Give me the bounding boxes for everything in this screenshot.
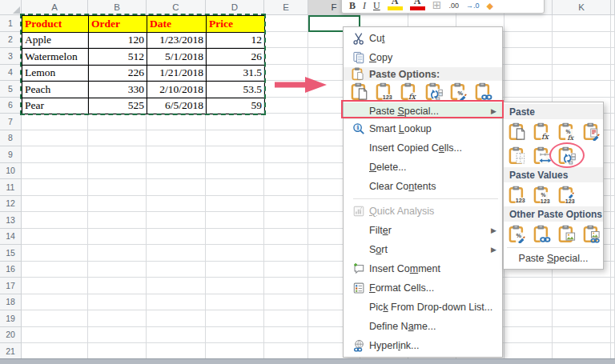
row-header-13[interactable]: 13 <box>0 212 22 229</box>
menu-item-paste-special[interactable]: Paste Special...▶ <box>344 102 502 119</box>
underline-button[interactable]: U <box>373 1 380 10</box>
table-cell[interactable]: 226 <box>89 65 147 82</box>
paste-picture-icon[interactable] <box>557 224 577 243</box>
paste-source-format-icon[interactable] <box>582 122 602 141</box>
row-header-6[interactable]: 6 <box>0 98 22 114</box>
column-header-a[interactable]: A <box>22 0 88 15</box>
table-cell[interactable]: 59 <box>207 98 265 114</box>
row-header-15[interactable]: 15 <box>0 245 22 262</box>
menu-item-copy[interactable]: Copy <box>344 48 502 67</box>
table-cell[interactable]: 53.5 <box>207 82 265 98</box>
select-all-corner[interactable] <box>0 0 22 15</box>
paste-formatting-icon[interactable]: % <box>449 82 469 102</box>
font-color-button[interactable]: A <box>410 0 425 10</box>
table-cell[interactable]: Watermelon <box>22 49 89 66</box>
column-header-c[interactable]: C <box>147 0 206 15</box>
paste-values-icon[interactable]: 123 <box>375 82 395 102</box>
gridline-vertical <box>610 15 611 364</box>
more-options-button[interactable]: ◆ <box>486 1 492 10</box>
menu-item-sort[interactable]: Sort▶ <box>344 240 502 259</box>
row-header-1[interactable]: 1 <box>0 15 22 32</box>
row-header-10[interactable]: 10 <box>0 163 22 180</box>
menu-item-filter[interactable]: Filter▶ <box>344 221 502 240</box>
menu-item-delete[interactable]: Delete... <box>344 158 502 177</box>
menu-item-smart-lookup[interactable]: iSmart Lookup <box>344 119 502 138</box>
table-cell[interactable]: 512 <box>89 49 147 66</box>
increase-decimal-button[interactable]: .00 <box>448 1 459 10</box>
paste-values-icon[interactable]: 123 <box>508 185 528 204</box>
paste-link-icon[interactable] <box>474 82 494 102</box>
row-header-17[interactable]: 17 <box>0 278 22 294</box>
borders-button[interactable]: ⊞ <box>432 1 442 10</box>
table-cell[interactable]: Peach <box>22 82 89 98</box>
table-cell[interactable]: Lemon <box>22 65 89 82</box>
paste-no-borders-icon[interactable] <box>508 146 528 165</box>
row-header-12[interactable]: 12 <box>0 196 22 213</box>
table-cell[interactable]: 2/10/2018 <box>147 82 207 98</box>
paste-formulas-icon[interactable]: fx <box>400 82 420 102</box>
paste-values-source-icon[interactable]: 123 <box>557 185 577 204</box>
column-header-d[interactable]: D <box>206 0 264 15</box>
table-cell[interactable]: 1/21/2018 <box>147 65 207 82</box>
column-header-k[interactable]: K <box>553 0 611 15</box>
paste-col-widths-icon[interactable] <box>533 146 553 165</box>
row-header-21[interactable]: 21 <box>0 343 22 360</box>
bold-button[interactable]: B <box>349 1 356 10</box>
paste-formatting-icon[interactable]: % <box>508 224 528 243</box>
row-header-11[interactable]: 11 <box>0 179 22 196</box>
table-cell[interactable]: 6/5/2018 <box>147 98 207 114</box>
table-cell[interactable]: 26 <box>207 49 265 66</box>
row-header-9[interactable]: 9 <box>0 146 22 163</box>
menu-item-pick-from-drop-down-list[interactable]: Pick From Drop-down List... <box>344 298 502 317</box>
table-header-cell[interactable]: Product <box>22 16 89 33</box>
table-cell[interactable]: 5/1/2018 <box>147 49 207 66</box>
table-cell[interactable]: 12 <box>207 32 265 49</box>
menu-item-format-cells[interactable]: Format Cells... <box>344 278 502 298</box>
column-header-e[interactable]: E <box>264 0 308 15</box>
menu-item-clear-contents[interactable]: Clear Contents <box>344 177 502 196</box>
menu-item-cut[interactable]: Cut <box>344 29 502 48</box>
paste-paste-icon[interactable] <box>508 122 528 141</box>
row-header-18[interactable]: 18 <box>0 294 22 311</box>
table-cell[interactable]: 120 <box>89 32 147 49</box>
menu-item-label: Copy <box>369 52 488 63</box>
table-cell[interactable]: Apple <box>22 32 89 49</box>
row-header-16[interactable]: 16 <box>0 262 22 278</box>
row-header-3[interactable]: 3 <box>0 48 22 65</box>
menu-item-insert-copied-cells[interactable]: Insert Copied Cells... <box>344 138 502 158</box>
row-header-14[interactable]: 14 <box>0 229 22 246</box>
row-header-20[interactable]: 20 <box>0 327 22 344</box>
column-header-edge[interactable] <box>611 0 615 15</box>
paste-formulas-icon[interactable]: fx <box>533 122 553 141</box>
submenu-item-paste-special[interactable]: Paste Special... <box>504 250 603 267</box>
paste-linked-picture-icon[interactable] <box>582 224 602 243</box>
row-header-7[interactable]: 7 <box>0 114 22 130</box>
table-header-cell[interactable]: Price <box>207 16 265 33</box>
menu-item-insert-comment[interactable]: Insert Comment <box>344 259 502 278</box>
paste-paste-icon[interactable] <box>350 82 370 102</box>
row-header-19[interactable]: 19 <box>0 310 22 327</box>
fill-color-button[interactable]: A <box>388 0 403 10</box>
menu-item-define-name[interactable]: Define Name... <box>344 317 502 336</box>
column-header-b[interactable]: B <box>88 0 147 15</box>
table-cell[interactable]: 1/23/2018 <box>147 32 207 49</box>
row-header-2[interactable]: 2 <box>0 32 22 49</box>
paste-transpose-icon[interactable] <box>424 82 444 102</box>
table-header-cell[interactable]: Order <box>89 16 147 33</box>
row-header-5[interactable]: 5 <box>0 81 22 98</box>
paste-formulas-number-icon[interactable]: % fx <box>557 122 577 141</box>
table-cell[interactable]: 525 <box>89 98 147 114</box>
italic-button[interactable]: I <box>363 1 366 10</box>
row-header-8[interactable]: 8 <box>0 130 22 147</box>
row-header-4[interactable]: 4 <box>0 65 22 82</box>
menu-item-quick-analysis[interactable]: Quick Analysis <box>344 202 502 221</box>
table-cell[interactable]: 330 <box>89 82 147 98</box>
table-cell[interactable]: 31.5 <box>207 65 265 82</box>
menu-item-hyperlink[interactable]: Hyperlink... <box>344 336 502 355</box>
paste-transpose-icon[interactable] <box>557 146 577 165</box>
paste-link-icon[interactable] <box>533 224 553 243</box>
decrease-decimal-button[interactable]: →.0 <box>466 1 480 10</box>
table-header-cell[interactable]: Date <box>147 16 207 33</box>
table-cell[interactable]: Pear <box>22 98 89 114</box>
paste-values-number-icon[interactable]: % 123 <box>533 185 553 204</box>
